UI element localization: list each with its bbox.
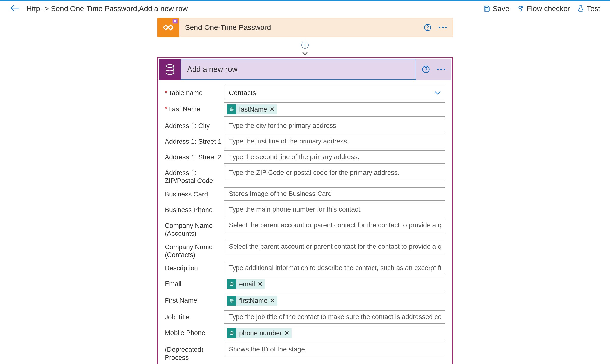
description-input[interactable] [224,261,445,274]
bizphone-input[interactable] [224,203,445,216]
help-icon[interactable] [424,24,431,31]
token-email[interactable]: email ✕ [227,279,265,289]
comment-badge-icon [173,19,178,23]
email-input[interactable]: email ✕ [224,277,445,291]
zip-input[interactable] [224,166,445,179]
company-contacts-label: Company Name (Contacts) [165,240,224,259]
street2-label: Address 1: Street 2 [165,150,224,161]
dataverse-icon [159,59,181,80]
save-button[interactable]: Save [483,4,509,13]
table-name-label: Table name [168,89,203,97]
more-menu[interactable] [439,27,447,28]
svg-point-8 [426,71,426,72]
token-label: lastName [239,106,267,113]
twilio-icon [157,18,179,37]
help-icon[interactable] [422,65,430,73]
connector: + [157,37,453,57]
mobile-label: Mobile Phone [165,326,224,337]
token-lastname[interactable]: lastName ✕ [227,104,277,114]
svg-rect-2 [174,20,176,22]
flow-title: Http -> Send One-Time Password,Add a new… [27,4,188,13]
token-remove[interactable]: ✕ [270,106,275,113]
arrow-down-icon [301,49,309,57]
firstname-input[interactable]: firstName ✕ [224,294,445,308]
step-title-current[interactable]: Add a new row [181,59,416,80]
token-phone[interactable]: phone number ✕ [227,328,292,338]
more-menu[interactable] [437,69,445,70]
token-remove[interactable]: ✕ [258,281,263,287]
street1-input[interactable] [224,135,445,148]
svg-point-6 [166,65,174,67]
svg-point-4 [427,29,428,30]
dynamic-content-icon [227,296,236,306]
token-label: firstName [239,297,268,305]
save-button-label: Save [493,4,509,13]
dynamic-content-icon [227,328,236,338]
mobile-input[interactable]: phone number ✕ [224,326,445,340]
flow-canvas: Send One-Time Password + Add a new r [0,16,610,364]
street1-label: Address 1: Street 1 [165,135,224,145]
bizcard-input[interactable] [224,187,445,201]
token-remove[interactable]: ✕ [270,297,275,304]
token-label: email [239,280,255,288]
last-name-label: Last Name [168,105,201,113]
zip-label: Address 1: ZIP/Postal Code [165,166,224,185]
table-name-select[interactable]: Contacts [224,86,445,100]
test-button[interactable]: Test [577,4,600,13]
email-label: Email [165,277,224,288]
bizcard-label: Business Card [165,187,224,198]
process-input[interactable] [224,343,445,356]
street2-input[interactable] [224,150,445,164]
step-title: Send One-Time Password [179,23,424,32]
company-accounts-input[interactable] [224,219,445,232]
dynamic-content-icon [227,279,236,289]
process-label: (Deprecated) Process [165,343,224,362]
bizphone-label: Business Phone [165,203,224,214]
jobtitle-label: Job Title [165,310,224,321]
flow-checker-button[interactable]: Flow checker [517,4,570,13]
city-label: Address 1: City [165,119,224,130]
company-contacts-input[interactable] [224,240,445,253]
command-bar: Http -> Send One-Time Password,Add a new… [0,0,610,16]
description-label: Description [165,261,224,272]
svg-point-0 [522,6,523,7]
jobtitle-input[interactable] [224,310,445,324]
back-button[interactable] [10,4,20,13]
token-label: phone number [239,329,282,337]
token-firstname[interactable]: firstName ✕ [227,296,277,306]
flow-checker-label: Flow checker [527,4,570,13]
firstname-label: First Name [165,294,224,304]
city-input[interactable] [224,119,445,132]
last-name-input[interactable]: lastName ✕ [224,102,445,117]
step-add-row: Add a new row *Table name Contacts [157,57,453,364]
company-accounts-label: Company Name (Accounts) [165,219,224,238]
step-send-otp[interactable]: Send One-Time Password [157,18,453,37]
token-remove[interactable]: ✕ [284,330,289,337]
dynamic-content-icon [227,104,236,114]
test-button-label: Test [587,4,600,13]
add-step-button[interactable]: + [301,42,309,49]
